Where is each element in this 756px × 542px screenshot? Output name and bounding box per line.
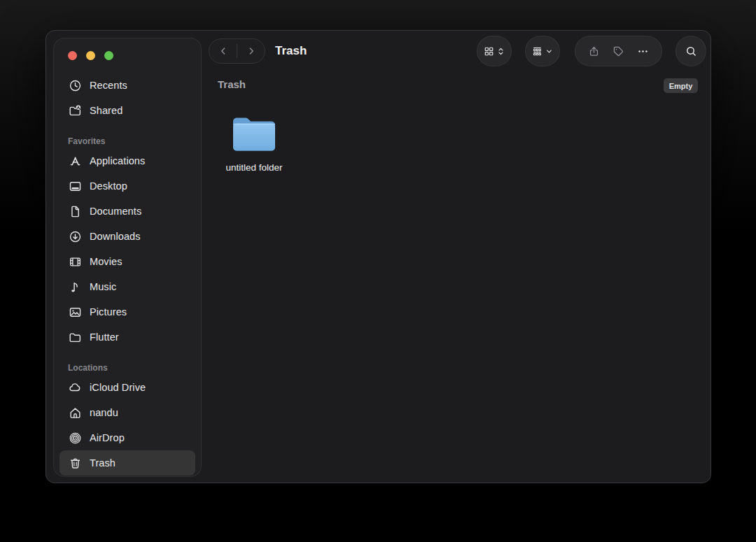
sidebar-item-label: nandu (90, 407, 118, 418)
chevron-down-icon (545, 48, 553, 55)
group-by-button[interactable] (525, 36, 560, 66)
clock-icon (68, 79, 82, 92)
sidebar-item-music[interactable]: Music (59, 274, 195, 299)
sidebar-item-label: AirDrop (90, 432, 125, 443)
sidebar-item-icloud-drive[interactable]: iCloud Drive (59, 375, 195, 400)
sidebar-section-favorites: Favorites (59, 134, 195, 148)
chevron-up-down-icon (497, 47, 505, 56)
ellipsis-icon (637, 45, 649, 57)
sidebar-item-trash[interactable]: Trash (59, 450, 195, 476)
maximize-button[interactable] (104, 51, 113, 60)
minimize-button[interactable] (86, 51, 95, 60)
document-icon (68, 205, 82, 218)
sidebar-item-documents[interactable]: Documents (59, 199, 195, 224)
grid-view-icon (484, 46, 494, 57)
sidebar-item-applications[interactable]: Applications (59, 148, 195, 173)
share-button[interactable] (588, 45, 600, 57)
search-button[interactable] (676, 36, 706, 66)
sidebar-item-label: Recents (90, 80, 127, 91)
download-circle-icon (68, 230, 82, 243)
sidebar-list: Recents Shared Favorites (59, 73, 195, 476)
window-title: Trash (275, 38, 307, 64)
music-note-icon (68, 280, 82, 294)
traffic-lights (59, 38, 195, 60)
sidebar-item-label: iCloud Drive (90, 382, 146, 393)
photo-icon (68, 306, 82, 319)
sidebar-item-label: Documents (90, 206, 141, 217)
finder-window: Recents Shared Favorites (46, 30, 711, 483)
section-title: Trash (218, 78, 246, 90)
shared-folder-icon (68, 104, 82, 117)
forward-button[interactable] (237, 39, 265, 63)
sidebar-item-recents[interactable]: Recents (59, 73, 195, 98)
close-button[interactable] (68, 51, 77, 60)
blue-folder-icon (232, 115, 276, 151)
navigation-pill (209, 38, 265, 64)
chevron-left-icon (218, 45, 229, 57)
sidebar: Recents Shared Favorites (53, 38, 202, 477)
sidebar-item-label: Shared (90, 105, 122, 116)
sidebar-item-pictures[interactable]: Pictures (59, 299, 195, 325)
sidebar-item-label: Desktop (90, 180, 127, 192)
share-icon (588, 45, 600, 57)
file-name: untitled folder (220, 162, 288, 173)
sidebar-item-label: Applications (90, 155, 145, 166)
more-options-button[interactable] (637, 45, 649, 57)
tags-button[interactable] (612, 45, 624, 57)
sidebar-item-label: Pictures (90, 306, 127, 318)
sidebar-item-movies[interactable]: Movies (59, 249, 195, 274)
sidebar-item-label: Flutter (90, 331, 119, 343)
sidebar-item-label: Trash (90, 457, 115, 469)
sidebar-item-airdrop[interactable]: AirDrop (59, 425, 195, 450)
view-mode-button[interactable] (477, 36, 512, 66)
app-store-a-icon (68, 155, 82, 168)
sidebar-item-home[interactable]: nandu (59, 400, 195, 425)
sidebar-item-shared[interactable]: Shared (59, 98, 195, 123)
group-view-icon (532, 46, 542, 57)
empty-trash-button[interactable]: Empty (664, 78, 698, 93)
chevron-right-icon (246, 45, 257, 57)
film-icon (68, 255, 82, 269)
back-button[interactable] (209, 39, 237, 63)
trash-icon (68, 457, 82, 470)
cloud-icon (68, 381, 82, 394)
desktop-background: Recents Shared Favorites (0, 0, 756, 542)
toolbar-tools-group (575, 36, 662, 66)
search-icon (685, 45, 697, 57)
desktop-icon (68, 180, 82, 193)
file-item[interactable]: untitled folder (220, 115, 288, 173)
tag-icon (612, 45, 624, 57)
sidebar-item-label: Music (90, 281, 116, 292)
folder-icon (68, 331, 82, 344)
sidebar-item-label: Movies (90, 256, 122, 267)
sidebar-section-locations: Locations (59, 361, 195, 375)
sidebar-item-desktop[interactable]: Desktop (59, 173, 195, 199)
airdrop-icon (68, 432, 82, 445)
sidebar-item-label: Downloads (90, 231, 141, 242)
sidebar-item-downloads[interactable]: Downloads (59, 224, 195, 249)
home-icon (68, 406, 82, 420)
sidebar-item-flutter[interactable]: Flutter (59, 325, 195, 350)
